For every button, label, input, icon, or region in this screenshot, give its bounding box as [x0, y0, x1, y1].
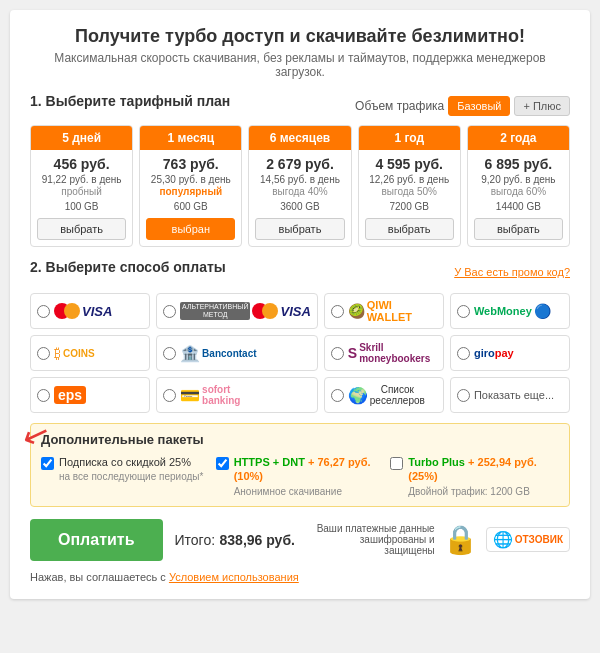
mastercard-icon2: [252, 303, 278, 319]
toggle-plus-btn[interactable]: + Плюс: [514, 96, 570, 116]
traffic-toggle: Объем трафика Базовый + Плюс: [355, 96, 570, 116]
terms-prefix: Нажав, вы соглашаетесь с: [30, 571, 169, 583]
sofort-logo: 💳 sofortbanking: [180, 384, 240, 406]
payment-radio-coins[interactable]: [37, 347, 50, 360]
terms-link[interactable]: Условием использования: [169, 571, 299, 583]
package-checkbox-https[interactable]: [216, 457, 229, 470]
payment-option-skrill[interactable]: S Skrillmoneybookers: [324, 335, 444, 371]
payment-option-eps[interactable]: eps: [30, 377, 150, 413]
payment-option-mc_visa[interactable]: VISA: [30, 293, 150, 329]
plan-period-4: 2 года: [468, 126, 569, 150]
skrill-logo: S Skrillmoneybookers: [348, 342, 430, 364]
payment-option-more[interactable]: Показать еще...: [450, 377, 570, 413]
plan-price-4: 6 895 руб.: [468, 150, 569, 174]
otzovik-badge: 🌐 ОТЗОВИК: [486, 527, 570, 552]
plan-select-btn-4[interactable]: выбрать: [474, 218, 563, 240]
plan-period-2: 6 месяцев: [249, 126, 350, 150]
payment-radio-sofort[interactable]: [163, 389, 176, 402]
payment-radio-skrill[interactable]: [331, 347, 344, 360]
show-more-label: Показать еще...: [474, 389, 554, 401]
plan-price-3: 4 595 руб.: [359, 150, 460, 174]
plan-card-1: 1 месяц 763 руб. 25,30 руб. в день попул…: [139, 125, 242, 247]
pay-button[interactable]: Оплатить: [30, 519, 163, 561]
package-checkbox-discount[interactable]: [41, 457, 54, 470]
traffic-label: Объем трафика: [355, 99, 444, 113]
payment-radio-alt_mc_visa[interactable]: [163, 305, 176, 318]
payment-grid: VISA АЛЬТЕРНАТИВНЫЙМЕТОД VISA 🥝 QIWIWALL…: [30, 293, 570, 413]
payment-radio-more[interactable]: [457, 389, 470, 402]
plan-select-btn-1[interactable]: выбран: [146, 218, 235, 240]
plan-card-3: 1 год 4 595 руб. 12,26 руб. в день выгод…: [358, 125, 461, 247]
payment-option-sofort[interactable]: 💳 sofortbanking: [156, 377, 318, 413]
additional-packages-section: Дополнительные пакеты ↙ Подписка со скид…: [30, 423, 570, 507]
plan-label-1: популярный: [140, 185, 241, 199]
bancontact-icon: 🏦: [180, 344, 200, 363]
package-text-https: HTTPS + DNT + 76,27 руб. (10%)Анонимное …: [234, 455, 385, 498]
plan-per-day-2: 14,56 руб. в день: [249, 174, 350, 185]
package-checkbox-turbo[interactable]: [390, 457, 403, 470]
plan-select-btn-2[interactable]: выбрать: [255, 218, 344, 240]
visa-text2: VISA: [280, 304, 310, 319]
payment-radio-bancontact[interactable]: [163, 347, 176, 360]
plan-card-0: 5 дней 456 руб. 91,22 руб. в день пробны…: [30, 125, 133, 247]
webmoney-logo: WebMoney 🔵: [474, 303, 551, 319]
plan-select-btn-3[interactable]: выбрать: [365, 218, 454, 240]
qiwi-logo: 🥝 QIWIWALLET: [348, 299, 412, 323]
payment-radio-qiwi[interactable]: [331, 305, 344, 318]
bancontact-logo: 🏦 Bancontact: [180, 344, 256, 363]
alt-mc-visa-logo: АЛЬТЕРНАТИВНЫЙМЕТОД VISA: [180, 302, 311, 321]
coins-logo: ₿ COINS: [54, 345, 95, 361]
alt-method-label: АЛЬТЕРНАТИВНЫЙМЕТОД: [180, 302, 250, 321]
plan-price-1: 763 руб.: [140, 150, 241, 174]
visa-text: VISA: [82, 304, 112, 319]
plan-card-2: 6 месяцев 2 679 руб. 14,56 руб. в день в…: [248, 125, 351, 247]
payment-radio-webmoney[interactable]: [457, 305, 470, 318]
package-option-turbo: Turbo Plus + 252,94 руб. (25%)Двойной тр…: [390, 455, 559, 498]
sofort-icon: 💳: [180, 386, 200, 405]
package-text-turbo: Turbo Plus + 252,94 руб. (25%)Двойной тр…: [408, 455, 559, 498]
plan-card-4: 2 года 6 895 руб. 9,20 руб. в день выгод…: [467, 125, 570, 247]
payment-option-coins[interactable]: ₿ COINS: [30, 335, 150, 371]
plan-select-btn-0[interactable]: выбрать: [37, 218, 126, 240]
coins-label: COINS: [63, 348, 95, 359]
payment-radio-giropay[interactable]: [457, 347, 470, 360]
plan-label-3: выгода 50%: [359, 185, 460, 199]
plan-period-0: 5 дней: [31, 126, 132, 150]
bitcoin-icon: ₿: [54, 345, 61, 361]
plan-label-4: выгода 60%: [468, 185, 569, 199]
total-display: Итого: 838,96 руб.: [175, 531, 295, 549]
promo-link[interactable]: У Вас есть промо код?: [454, 266, 570, 278]
security-info: Ваши платежные данные зашифрованы и защи…: [307, 523, 570, 556]
giropay-logo: giropay: [474, 347, 514, 359]
plan-period-3: 1 год: [359, 126, 460, 150]
page-title: Получите турбо доступ и скачивайте безли…: [30, 26, 570, 47]
mastercard-icon: [54, 303, 80, 319]
section3-title: Дополнительные пакеты: [41, 432, 559, 447]
section2-title: 2. Выберите способ оплаты: [30, 259, 226, 275]
section1-title: 1. Выберите тарифный план: [30, 93, 230, 109]
resellers-icon: 🌍: [348, 386, 368, 405]
toggle-basic-btn[interactable]: Базовый: [448, 96, 510, 116]
payment-option-qiwi[interactable]: 🥝 QIWIWALLET: [324, 293, 444, 329]
plan-label-0: пробный: [31, 185, 132, 199]
eps-icon: eps: [54, 386, 86, 404]
package-option-discount: Подписка со скидкой 25%на все последующи…: [41, 455, 210, 498]
payment-option-giropay[interactable]: giropay: [450, 335, 570, 371]
resellers-logo: 🌍 Списокреселлеров: [348, 384, 425, 406]
pay-section: Оплатить Итого: 838,96 руб. Ваши платежн…: [30, 519, 570, 561]
payment-option-alt_mc_visa[interactable]: АЛЬТЕРНАТИВНЫЙМЕТОД VISA: [156, 293, 318, 329]
payment-option-resellers[interactable]: 🌍 Списокреселлеров: [324, 377, 444, 413]
plan-traffic-4: 14400 GB: [468, 199, 569, 214]
package-text-discount: Подписка со скидкой 25%на все последующи…: [59, 455, 203, 484]
plan-period-1: 1 месяц: [140, 126, 241, 150]
payment-option-bancontact[interactable]: 🏦 Bancontact: [156, 335, 318, 371]
payment-radio-mc_visa[interactable]: [37, 305, 50, 318]
otzovik-globe-icon: 🌐: [493, 530, 513, 549]
main-container: Получите турбо доступ и скачивайте безли…: [10, 10, 590, 599]
page-subtitle: Максимальная скорость скачивания, без ре…: [30, 51, 570, 79]
mc-visa-logo: VISA: [54, 303, 112, 319]
payment-radio-eps[interactable]: [37, 389, 50, 402]
payment-radio-resellers[interactable]: [331, 389, 344, 402]
total-label: Итого:: [175, 532, 216, 548]
payment-option-webmoney[interactable]: WebMoney 🔵: [450, 293, 570, 329]
